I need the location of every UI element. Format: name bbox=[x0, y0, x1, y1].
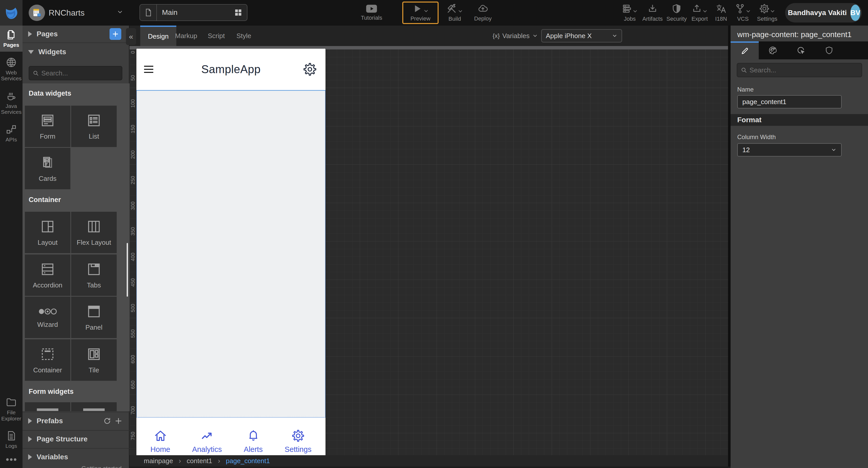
properties-search-box[interactable] bbox=[737, 63, 862, 77]
widgets-section-header[interactable]: Widgets bbox=[23, 42, 129, 61]
widget-tile-tile[interactable]: Tile bbox=[71, 339, 117, 381]
rail-more-button[interactable] bbox=[0, 454, 23, 468]
widget-tile-wizard[interactable]: Wizard bbox=[25, 297, 70, 338]
user-avatar: BV bbox=[850, 5, 860, 21]
column-width-chevron-down-icon bbox=[831, 147, 837, 153]
collapse-left-panel-button[interactable]: « bbox=[126, 28, 136, 45]
phone-app-title: SampleApp bbox=[136, 63, 326, 76]
ruler-label: 200 bbox=[130, 149, 136, 161]
column-width-value: 12 bbox=[742, 146, 750, 154]
widget-tile-flex-layout[interactable]: Flex Layout bbox=[71, 212, 117, 253]
tab-markup[interactable]: Markup bbox=[167, 26, 205, 46]
widget-search-box[interactable] bbox=[29, 66, 122, 80]
jobs-button[interactable]: Jobs bbox=[618, 0, 642, 26]
deploy-button[interactable]: Deploy bbox=[469, 0, 497, 26]
group-label-container: Container bbox=[29, 196, 61, 204]
page-file-icon bbox=[144, 8, 153, 18]
ruler-label: 650 bbox=[130, 379, 136, 391]
rail-item-web-services[interactable]: Web Services bbox=[0, 53, 23, 85]
user-menu[interactable]: Bandhavya Vakiti BV bbox=[785, 3, 862, 23]
security-shield-icon bbox=[672, 3, 682, 14]
rail-item-pages[interactable]: Pages bbox=[0, 26, 23, 52]
add-page-button[interactable] bbox=[110, 28, 121, 40]
phone-header-gear-icon[interactable] bbox=[303, 62, 317, 77]
prefabs-section-header[interactable]: Prefabs bbox=[23, 412, 129, 430]
build-button[interactable]: Build bbox=[441, 0, 469, 26]
hamburger-menu-icon[interactable] bbox=[144, 66, 153, 73]
widget-search-input[interactable] bbox=[41, 69, 118, 77]
phone-app-header[interactable]: SampleApp bbox=[136, 48, 326, 90]
tutorials-button[interactable]: Tutorials bbox=[356, 0, 387, 26]
device-selector[interactable]: Apple iPhone X bbox=[541, 29, 622, 42]
tab-events[interactable] bbox=[787, 41, 815, 59]
pages-section-header[interactable]: Pages bbox=[23, 26, 129, 42]
build-tools-icon bbox=[446, 3, 457, 14]
canvas-toolbar: Design Markup Script Style {x} Variables… bbox=[129, 26, 728, 46]
rail-item-file-explorer[interactable]: File Explorer bbox=[0, 393, 23, 425]
widget-tile-layout[interactable]: Layout bbox=[25, 212, 70, 253]
project-avatar[interactable] bbox=[29, 5, 45, 21]
variables-brace-icon: {x} bbox=[493, 32, 500, 39]
nav-item-alerts[interactable]: Alerts bbox=[244, 429, 263, 454]
tab-styles[interactable] bbox=[759, 41, 787, 59]
widget-tile-panel[interactable]: Panel bbox=[71, 297, 117, 338]
widget-tile-accordion[interactable]: Accordion bbox=[25, 255, 70, 296]
youtube-icon bbox=[366, 4, 377, 13]
tab-style[interactable]: Style bbox=[229, 26, 259, 46]
widget-tile-list[interactable]: List bbox=[71, 106, 117, 147]
settings-button[interactable]: Settings bbox=[753, 0, 781, 26]
page-structure-section-header[interactable]: Page Structure bbox=[23, 430, 129, 447]
prefabs-refresh-icon[interactable] bbox=[103, 417, 111, 425]
artifacts-button[interactable]: Artifacts bbox=[639, 0, 666, 26]
page-grid-icon[interactable] bbox=[234, 8, 243, 17]
name-input[interactable] bbox=[737, 95, 842, 108]
widget-tile-cards[interactable]: Cards bbox=[25, 148, 70, 189]
i18n-button[interactable]: I18N bbox=[710, 0, 733, 26]
widget-tile-container[interactable]: Container bbox=[25, 339, 70, 381]
vcs-chevron-down-icon bbox=[745, 8, 751, 14]
breadcrumb-page-content1[interactable]: page_content1 bbox=[226, 457, 270, 465]
nav-item-analytics[interactable]: Analytics bbox=[192, 429, 222, 454]
i18n-translate-icon bbox=[716, 3, 726, 14]
vcs-button[interactable]: VCS bbox=[733, 0, 753, 26]
rail-item-apis[interactable]: APIs bbox=[0, 120, 23, 146]
right-panel-divider[interactable] bbox=[728, 26, 731, 468]
selected-page-content[interactable] bbox=[136, 90, 326, 417]
nav-item-home[interactable]: Home bbox=[151, 429, 170, 454]
properties-search-input[interactable] bbox=[749, 66, 858, 74]
tab-script[interactable]: Script bbox=[200, 26, 232, 46]
widget-tile-tabs[interactable]: Tabs bbox=[71, 255, 117, 296]
nav-item-settings[interactable]: Settings bbox=[284, 429, 311, 454]
widget-tile-cutoff-1[interactable] bbox=[25, 402, 70, 411]
palette-icon bbox=[768, 46, 777, 55]
rail-item-logs[interactable]: Logs bbox=[0, 427, 23, 453]
search-icon bbox=[33, 70, 39, 76]
widget-list: Data widgets Form List Cards Container bbox=[23, 83, 129, 411]
wavemaker-logo[interactable] bbox=[0, 0, 23, 26]
java-cup-icon bbox=[6, 90, 17, 102]
settings-chevron-down-icon bbox=[770, 8, 775, 14]
phone-canvas[interactable]: SampleApp Home Analytics Alerts bbox=[136, 48, 326, 464]
breadcrumb-content1[interactable]: content1 bbox=[187, 457, 212, 465]
user-name: Bandhavya Vakiti bbox=[788, 9, 847, 17]
page-selector[interactable]: Main bbox=[140, 4, 247, 21]
prefabs-collapse-arrow-icon bbox=[28, 418, 32, 424]
breadcrumb-separator-icon: › bbox=[218, 457, 220, 465]
column-width-select[interactable]: 12 bbox=[737, 143, 842, 157]
tab-security[interactable] bbox=[815, 41, 843, 59]
variables-button[interactable]: {x} Variables bbox=[493, 26, 538, 46]
security-button[interactable]: Security bbox=[664, 0, 689, 26]
project-chevron-down-icon[interactable] bbox=[117, 9, 123, 15]
variables-chevron-down-icon bbox=[532, 33, 538, 39]
export-button[interactable]: Export bbox=[687, 0, 712, 26]
rail-item-java-services[interactable]: Java Services bbox=[0, 87, 23, 119]
logs-document-icon bbox=[6, 430, 17, 441]
left-panel-scrollbar[interactable] bbox=[127, 243, 128, 297]
tab-properties[interactable] bbox=[731, 41, 759, 59]
prefabs-add-icon[interactable] bbox=[115, 417, 122, 425]
widget-tile-form[interactable]: Form bbox=[25, 106, 70, 147]
ruler-label: 300 bbox=[130, 200, 136, 212]
breadcrumb-mainpage[interactable]: mainpage bbox=[144, 457, 173, 465]
widget-tile-cutoff-2[interactable] bbox=[71, 402, 117, 411]
variables-section-header[interactable]: Variables bbox=[23, 448, 129, 465]
